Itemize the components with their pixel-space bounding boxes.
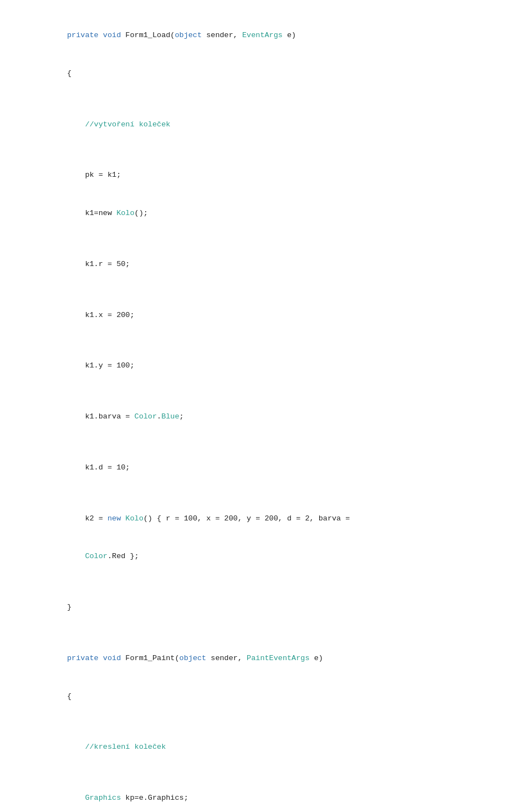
code-line: pk = k1; (22, 156, 510, 195)
code-line (22, 436, 510, 449)
code-line: private void Form1_Paint(object sender, … (22, 640, 510, 678)
code-line: } (22, 589, 510, 627)
code-line: k1.d = 10; (22, 449, 510, 487)
code-line: k1.barva = Color.Blue; (22, 398, 510, 436)
code-line (22, 233, 510, 246)
code-line (22, 284, 510, 297)
code-line (22, 385, 510, 398)
code-line: k1.r = 50; (22, 246, 510, 284)
code-line (22, 334, 510, 347)
code-line (22, 767, 510, 779)
code-line (22, 487, 510, 500)
code-line (22, 627, 510, 640)
code-section: private void Form1_Load(object sender, E… (22, 11, 510, 802)
code-line: { (22, 678, 510, 716)
code-line: { (22, 55, 510, 93)
code-line: //kreslení koleček (22, 729, 510, 767)
code-line: k1.y = 100; (22, 347, 510, 385)
code-line: Color.Red }; (22, 538, 510, 576)
code-line: k2 = new Kolo() { r = 100, x = 200, y = … (22, 500, 510, 538)
code-line: //vytvoření koleček (22, 106, 510, 144)
code-line (22, 93, 510, 106)
code-line: k1=new Kolo(); (22, 195, 510, 233)
code-line (22, 716, 510, 729)
code-line (22, 144, 510, 156)
code-line: private void Form1_Load(object sender, E… (22, 17, 510, 55)
code-line: Graphics kp=e.Graphics; (22, 779, 510, 802)
code-block: private void Form1_Load(object sender, E… (22, 11, 510, 802)
code-line: k1.x = 200; (22, 297, 510, 335)
code-line (22, 576, 510, 589)
